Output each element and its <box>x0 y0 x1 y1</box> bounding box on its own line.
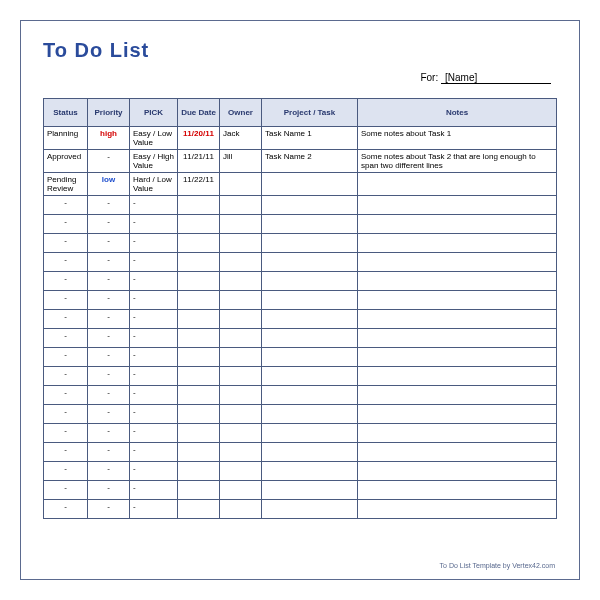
cell-notes <box>358 291 557 310</box>
header-due: Due Date <box>178 99 220 127</box>
cell-pick: - <box>130 443 178 462</box>
table-row: --- <box>44 348 557 367</box>
table-row: PlanninghighEasy / Low Value11/20/11Jack… <box>44 127 557 150</box>
cell-due: 11/21/11 <box>178 150 220 173</box>
cell-notes <box>358 424 557 443</box>
cell-pick: - <box>130 405 178 424</box>
cell-task <box>262 253 358 272</box>
cell-due <box>178 291 220 310</box>
cell-owner <box>220 215 262 234</box>
cell-task <box>262 234 358 253</box>
table-row: --- <box>44 272 557 291</box>
cell-due: 11/20/11 <box>178 127 220 150</box>
cell-owner: Jack <box>220 127 262 150</box>
todo-table: Status Priority PICK Due Date Owner Proj… <box>43 98 557 519</box>
cell-pick: - <box>130 500 178 519</box>
cell-due <box>178 348 220 367</box>
cell-priority: high <box>88 127 130 150</box>
cell-task <box>262 215 358 234</box>
cell-priority: - <box>88 196 130 215</box>
cell-priority: - <box>88 443 130 462</box>
document-page: To Do List For: [Name] Status Priority P… <box>20 20 580 580</box>
header-task: Project / Task <box>262 99 358 127</box>
table-row: --- <box>44 367 557 386</box>
cell-owner <box>220 291 262 310</box>
cell-status: - <box>44 291 88 310</box>
cell-notes: Some notes about Task 1 <box>358 127 557 150</box>
cell-priority: - <box>88 234 130 253</box>
cell-due <box>178 234 220 253</box>
cell-owner <box>220 234 262 253</box>
cell-pick: - <box>130 310 178 329</box>
cell-priority: - <box>88 481 130 500</box>
cell-task <box>262 405 358 424</box>
cell-task <box>262 348 358 367</box>
cell-due <box>178 329 220 348</box>
cell-due <box>178 462 220 481</box>
table-row: --- <box>44 196 557 215</box>
footer-credit: To Do List Template by Vertex42.com <box>440 562 555 569</box>
cell-owner <box>220 462 262 481</box>
cell-task <box>262 500 358 519</box>
cell-task <box>262 481 358 500</box>
header-row: Status Priority PICK Due Date Owner Proj… <box>44 99 557 127</box>
table-row: --- <box>44 424 557 443</box>
cell-owner <box>220 310 262 329</box>
cell-status: - <box>44 500 88 519</box>
cell-status: - <box>44 329 88 348</box>
cell-due <box>178 443 220 462</box>
table-row: --- <box>44 291 557 310</box>
cell-pick: Easy / High Value <box>130 150 178 173</box>
cell-notes <box>358 173 557 196</box>
for-line: For: [Name] <box>43 72 557 84</box>
cell-priority: - <box>88 215 130 234</box>
cell-status: - <box>44 234 88 253</box>
cell-priority: - <box>88 272 130 291</box>
cell-due <box>178 367 220 386</box>
cell-status: - <box>44 196 88 215</box>
cell-owner <box>220 253 262 272</box>
table-row: --- <box>44 481 557 500</box>
cell-status: - <box>44 310 88 329</box>
cell-priority: - <box>88 310 130 329</box>
cell-notes <box>358 367 557 386</box>
cell-pick: - <box>130 348 178 367</box>
header-owner: Owner <box>220 99 262 127</box>
cell-due <box>178 386 220 405</box>
cell-priority: - <box>88 367 130 386</box>
cell-notes <box>358 481 557 500</box>
cell-task <box>262 196 358 215</box>
cell-pick: - <box>130 196 178 215</box>
cell-owner <box>220 367 262 386</box>
cell-pick: - <box>130 481 178 500</box>
cell-priority: - <box>88 329 130 348</box>
cell-notes <box>358 234 557 253</box>
cell-owner <box>220 329 262 348</box>
cell-notes <box>358 386 557 405</box>
cell-priority: - <box>88 500 130 519</box>
cell-due <box>178 405 220 424</box>
page-title: To Do List <box>43 39 557 62</box>
cell-due <box>178 196 220 215</box>
cell-pick: - <box>130 291 178 310</box>
cell-priority: - <box>88 348 130 367</box>
cell-status: - <box>44 348 88 367</box>
table-row: Approved-Easy / High Value11/21/11JillTa… <box>44 150 557 173</box>
cell-notes <box>358 462 557 481</box>
cell-task <box>262 329 358 348</box>
cell-status: - <box>44 253 88 272</box>
cell-due <box>178 424 220 443</box>
cell-pick: - <box>130 215 178 234</box>
cell-pick: - <box>130 253 178 272</box>
table-row: --- <box>44 443 557 462</box>
cell-priority: - <box>88 462 130 481</box>
cell-due <box>178 215 220 234</box>
cell-owner <box>220 196 262 215</box>
cell-status: - <box>44 424 88 443</box>
cell-notes <box>358 272 557 291</box>
cell-pick: - <box>130 367 178 386</box>
cell-due <box>178 253 220 272</box>
cell-notes <box>358 253 557 272</box>
cell-status: Approved <box>44 150 88 173</box>
cell-owner <box>220 348 262 367</box>
